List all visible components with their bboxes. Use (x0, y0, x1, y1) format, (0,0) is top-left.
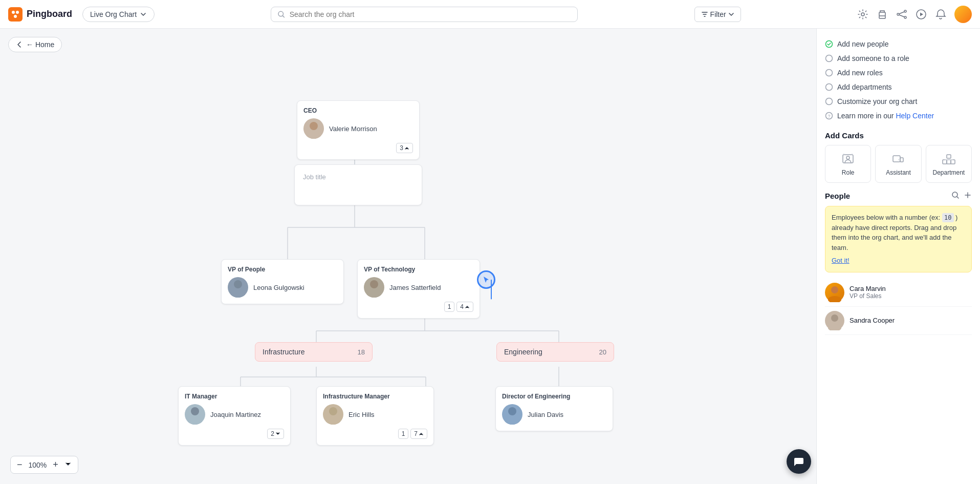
help-center-action[interactable]: ? Learn more in our Help Center (825, 109, 972, 123)
person-list-item-cara[interactable]: Cara Marvin VP of Sales (825, 279, 972, 307)
svg-rect-51 (943, 160, 947, 164)
vp-tech-title: VP of Technology (364, 266, 473, 273)
chevron-down-icon-3 (275, 431, 280, 436)
svg-point-34 (326, 417, 340, 425)
home-button[interactable]: ← Home (8, 37, 62, 52)
dir-engineering-avatar (502, 404, 522, 425)
dir-engineering-node[interactable]: Director of Engineering Julian Davis (495, 386, 613, 431)
svg-rect-0 (8, 7, 23, 22)
svg-point-30 (367, 290, 381, 298)
it-manager-node[interactable]: IT Manager Joaquin Martinez 2 (178, 386, 291, 446)
add-new-people-label: Add new people (837, 40, 888, 48)
department-card-type[interactable]: Department (926, 145, 972, 183)
chat-button[interactable] (787, 449, 811, 474)
department-card-label: Department (932, 169, 965, 176)
infra-manager-count1-btn[interactable]: 1 (398, 429, 409, 439)
customize-label: Customize your org chart (837, 97, 917, 106)
filter-label: Filter (710, 10, 726, 18)
ceo-name: Valerie Morrison (329, 125, 377, 133)
cursor-icon (483, 276, 490, 284)
add-to-role-action[interactable]: Add someone to a role (825, 51, 972, 66)
settings-icon[interactable] (857, 9, 868, 20)
svg-point-27 (234, 280, 242, 288)
radio-circle-icon-1 (825, 54, 833, 62)
vp-tech-count1-btn[interactable]: 1 (444, 302, 455, 312)
svg-point-2 (16, 11, 19, 14)
svg-point-39 (826, 70, 833, 76)
people-add-button[interactable] (964, 191, 972, 201)
it-manager-name: Joaquin Martinez (210, 411, 261, 418)
role-card-type[interactable]: Role (825, 145, 871, 183)
radio-circle-icon-2 (825, 69, 833, 77)
add-departments-action[interactable]: Add departments (825, 80, 972, 94)
zoom-controls: − 100% + (10, 456, 78, 474)
infra-manager-node[interactable]: Infrastructure Manager Eric Hills 1 7 (316, 386, 434, 446)
filter-button[interactable]: Filter (694, 7, 741, 22)
ceo-node[interactable]: CEO Valerie Morrison 3 (297, 100, 420, 160)
chevron-up-icon-2 (465, 304, 470, 309)
chat-icon (793, 456, 804, 467)
chevron-up-icon (404, 145, 409, 151)
sandra-name: Sandra Cooper (850, 317, 895, 324)
check-circle-icon (825, 40, 833, 48)
infra-manager-person-row: Eric Hills (323, 404, 427, 425)
assistant-card-type[interactable]: Assistant (875, 145, 921, 183)
infrastructure-dept-node[interactable]: Infrastructure 18 (255, 342, 373, 362)
search-input[interactable] (290, 10, 572, 18)
it-manager-footer: 2 (185, 429, 284, 439)
vp-tech-node[interactable]: VP of Technology James Satterfield 1 4 (357, 259, 480, 319)
play-icon[interactable] (916, 9, 927, 20)
person-list-item-sandra[interactable]: Sandra Cooper (825, 307, 972, 335)
radio-circle-icon-4 (825, 97, 833, 106)
vp-people-title: VP of People (228, 266, 337, 273)
vp-tech-avatar (364, 277, 384, 298)
org-chart-dropdown[interactable]: Live Org Chart (82, 7, 155, 22)
filter-icon (701, 11, 708, 18)
svg-text:?: ? (828, 114, 831, 119)
zoom-expand-button[interactable] (62, 459, 74, 470)
infra-manager-collapse-btn[interactable]: 7 (410, 429, 427, 439)
engineering-dept-node[interactable]: Engineering 20 (496, 342, 614, 362)
add-new-roles-action[interactable]: Add new roles (825, 66, 972, 80)
svg-point-33 (329, 407, 337, 415)
plus-icon (964, 191, 972, 199)
share-icon[interactable] (896, 9, 907, 20)
print-icon[interactable] (877, 9, 888, 20)
user-avatar[interactable] (954, 6, 972, 23)
engineering-dept-name: Engineering (504, 348, 542, 356)
people-search-button[interactable] (951, 191, 960, 201)
add-cards-grid: Role Assistant Department (825, 145, 972, 183)
infrastructure-dept-name: Infrastructure (263, 348, 304, 356)
ceo-collapse-btn[interactable]: 3 (396, 143, 413, 153)
radio-circle-icon-3 (825, 83, 833, 91)
department-card-icon (942, 152, 956, 166)
add-new-people-action[interactable]: Add new people (825, 37, 972, 51)
got-it-link[interactable]: Got it! (832, 256, 965, 266)
dir-engineering-person-row: Julian Davis (502, 404, 606, 425)
svg-point-26 (307, 132, 321, 139)
zoom-out-button[interactable]: − (15, 458, 25, 471)
ceo-role-title: CEO (303, 107, 413, 114)
add-departments-label: Add departments (837, 83, 892, 91)
svg-point-29 (370, 280, 378, 288)
vp-tech-collapse-btn[interactable]: 4 (456, 302, 473, 312)
it-manager-collapse-btn[interactable]: 2 (267, 429, 284, 439)
help-center-link[interactable]: Help Center (896, 112, 934, 120)
vp-tech-name: James Satterfield (389, 284, 441, 291)
home-label: ← Home (26, 40, 54, 49)
add-to-role-label: Add someone to a role (837, 54, 909, 62)
job-title-node[interactable]: Job title (294, 164, 422, 205)
svg-rect-6 (879, 16, 885, 18)
logo-area: Pingboard (8, 7, 72, 22)
customize-action[interactable]: Customize your org chart (825, 94, 972, 109)
info-text-1: Employees below with a number (ex: (832, 214, 942, 221)
notification-icon[interactable] (935, 9, 946, 20)
ceo-avatar (303, 118, 324, 139)
vp-tech-person-row: James Satterfield (364, 277, 473, 298)
chevron-down-icon-zoom (64, 460, 72, 468)
logo-text: Pingboard (27, 9, 72, 19)
svg-point-31 (191, 407, 199, 415)
vp-people-node[interactable]: VP of People Leona Gulgowski (221, 259, 344, 304)
zoom-in-button[interactable]: + (51, 458, 60, 471)
people-header: People (825, 191, 972, 201)
